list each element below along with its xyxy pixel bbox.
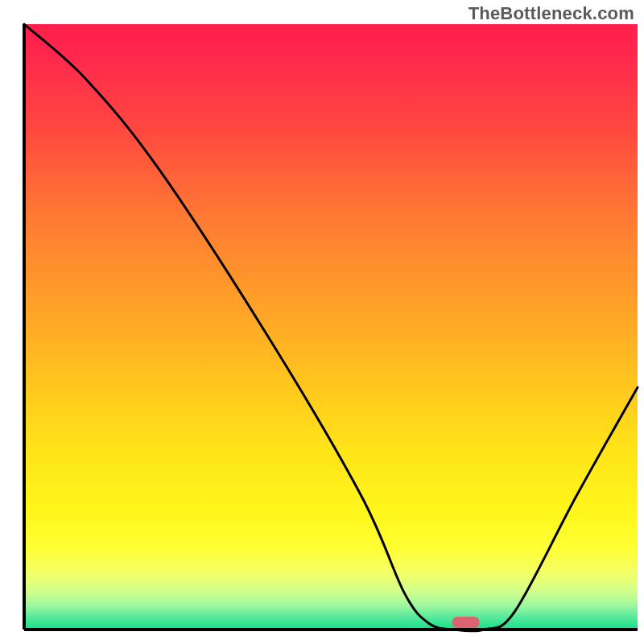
bottleneck-chart (0, 0, 644, 644)
chart-stage: TheBottleneck.com (0, 0, 644, 644)
watermark-text: TheBottleneck.com (469, 3, 634, 24)
chart-marker (452, 617, 480, 628)
optimal-point-marker (452, 617, 480, 628)
